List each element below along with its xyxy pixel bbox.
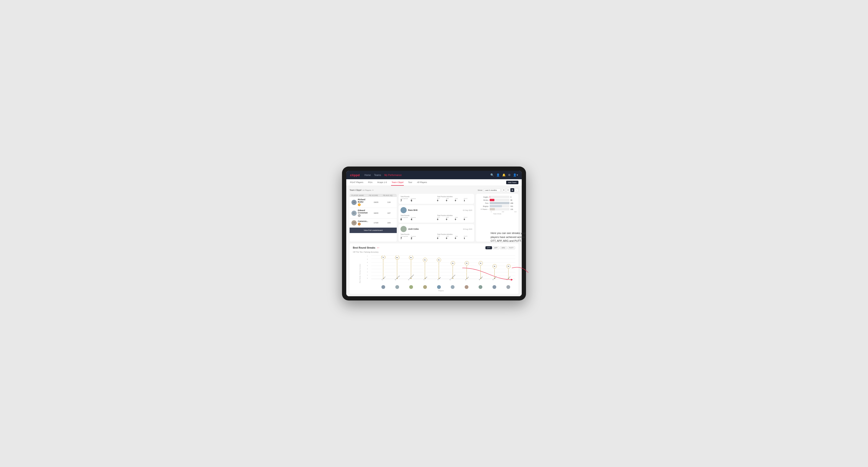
streaks-subtitle: Off The Tee, Fairway Accuracy	[353, 251, 515, 253]
table-row[interactable]: CM Cameron... 3 17/20 103	[349, 219, 397, 227]
player-card-header: Rees Britt 02 Sep 2023	[401, 207, 472, 213]
x-label-400: 400	[514, 211, 517, 213]
practice-value: 4	[411, 218, 416, 221]
leaderboard-header: PLAYER NAME PB SCORE PB AVG SQ	[349, 194, 397, 197]
table-row[interactable]: RB Richard Butler 1 19/20 110	[349, 197, 397, 208]
player-name-wrap: Edward Crossman 2	[358, 209, 369, 217]
y5: 5	[367, 262, 371, 263]
top-nav: clippd Home Teams My Performance 🔍 👤 🔔 ⚙…	[346, 171, 522, 179]
filter-app[interactable]: APP	[493, 246, 499, 249]
streaks-header: Best Round Streaks ← OTT APP ARG PUTT	[353, 246, 515, 250]
activities-grid: OTT 0 APP 0 ARG	[437, 236, 472, 239]
silver-badge: 2	[358, 214, 361, 217]
avatar-icon[interactable]: 👤▾	[513, 173, 518, 177]
settings-icon[interactable]: ⚙	[508, 173, 511, 177]
tournament-value: 7	[401, 237, 408, 240]
edit-icon[interactable]: ✏	[372, 189, 374, 191]
chart-title: Total Shots	[478, 213, 517, 215]
pb-avg: 103	[383, 222, 395, 224]
x-label-0: 0	[491, 211, 492, 213]
table-view-icon[interactable]: ▦	[510, 188, 514, 192]
sub-nav-tour[interactable]: Tour	[408, 179, 413, 186]
bar-container-birdies	[490, 199, 509, 201]
avatar: CM	[351, 220, 356, 225]
y2: 2	[367, 271, 371, 273]
filter-putt[interactable]: PUTT	[507, 246, 515, 249]
tournament-value: 8	[401, 218, 408, 221]
avatar	[465, 285, 468, 289]
sub-nav-team-clippd[interactable]: Team Clippd	[391, 179, 404, 186]
app-col: APP 0	[446, 236, 455, 239]
player-name: Richard Butler	[358, 198, 369, 203]
player-names-row: E. Ebert B. McHerg D. Billingham	[367, 280, 515, 281]
avatar: EC	[351, 211, 356, 216]
avatar	[401, 226, 407, 232]
rounds-data: Tournament 8 Practice 4	[401, 217, 436, 221]
grid-view-icon[interactable]: ⊞	[502, 188, 506, 192]
user-icon[interactable]: 👤	[496, 173, 500, 177]
list-item	[404, 285, 418, 289]
arg-value: 0	[455, 237, 464, 239]
subtitle-suffix: Fairway Accuracy	[364, 251, 379, 253]
bar-container-pars	[490, 202, 509, 204]
rounds-data: Tournament 7 Practice 2	[401, 236, 436, 240]
streak-bars-area: 7 6 5 4 3 2 1 0	[367, 255, 515, 279]
practice-value: 6	[411, 199, 416, 202]
pb-avg: 110	[383, 201, 395, 203]
bar-value-eagles: 3	[509, 196, 517, 198]
add-team-button[interactable]: Add Team	[506, 181, 519, 184]
team-name: Team Clippd	[349, 189, 361, 191]
putt-col: PUTT 1	[464, 236, 472, 239]
ott-col: OTT 0	[437, 236, 445, 239]
sub-nav-pgat[interactable]: PGAT Players	[349, 179, 364, 186]
avatar	[423, 285, 427, 289]
ott-col: OTT 0	[437, 198, 445, 201]
nav-teams[interactable]: Teams	[374, 173, 381, 177]
nav-icons: 🔍 👤 🔔 ⚙ 👤▾	[490, 173, 518, 177]
sub-nav-hcaps[interactable]: Hcaps 1-5	[377, 179, 387, 186]
y0: 0	[367, 278, 371, 279]
arg-value: 0	[455, 218, 464, 220]
team-header: Team Clippd 14 Players ✏ Show Last 3 mon…	[349, 188, 519, 192]
list-item	[432, 285, 446, 289]
ott-value: 0	[437, 199, 445, 201]
bar-value-pars: 499	[509, 203, 517, 204]
y3: 3	[367, 268, 371, 270]
period-select[interactable]: Last 3 months	[484, 188, 500, 192]
arg-col: ARG 0	[455, 236, 464, 239]
streak-chart: 7 6 5 4 3 2 1 0	[367, 255, 515, 291]
bar-container-eagles	[490, 196, 509, 198]
chart-view-icon[interactable]: ↓	[515, 188, 519, 192]
filter-arg[interactable]: ARG	[500, 246, 507, 249]
search-icon[interactable]: 🔍	[490, 173, 494, 177]
bell-icon[interactable]: 🔔	[502, 173, 506, 177]
bar-row-bogeys: Bogeys 311	[478, 205, 517, 207]
y4: 4	[367, 265, 371, 266]
list-view-icon[interactable]: ☰	[506, 188, 510, 192]
nav-my-performance[interactable]: My Performance	[384, 173, 401, 177]
list-item: M. Miller	[474, 280, 488, 281]
player-date: 02 Sep 2023	[463, 210, 472, 211]
total-rounds-section: Total Rounds Tournament 7 Practice	[401, 196, 436, 202]
card-stats: Total Rounds Tournament 8 Practice	[401, 215, 472, 221]
arg-value: 0	[455, 199, 464, 201]
y-axis: 7 6 5 4 3 2 1 0	[367, 255, 371, 279]
player-card-richard: Total Rounds Tournament 7 Practice	[399, 194, 474, 204]
col-player-name: PLAYER NAME	[351, 195, 369, 196]
bar-row-pars: Pars 499	[478, 202, 517, 204]
total-rounds-section: Total Rounds Tournament 7 Practice	[401, 234, 436, 240]
nav-home[interactable]: Home	[365, 173, 371, 177]
player-avatars-row	[367, 285, 515, 289]
avatar	[506, 285, 510, 289]
sub-nav-all-players[interactable]: All Players	[416, 179, 428, 186]
team-title: Team Clippd 14 Players ✏	[349, 189, 374, 191]
view-full-leaderboard-button[interactable]: View Full Leaderboard	[349, 228, 397, 233]
bar-label-dbogeys: D. Bogeys +	[478, 209, 490, 210]
filter-ott[interactable]: OTT	[486, 246, 492, 249]
practice-value: 2	[411, 237, 416, 240]
table-row[interactable]: EC Edward Crossman 2 18/20 107	[349, 208, 397, 219]
bar-value-dbogeys: 131	[509, 209, 517, 210]
sub-nav-pga[interactable]: PGA	[368, 179, 373, 186]
subtitle-prefix: Off The Tee,	[353, 251, 363, 253]
bronze-badge: 3	[358, 223, 361, 225]
